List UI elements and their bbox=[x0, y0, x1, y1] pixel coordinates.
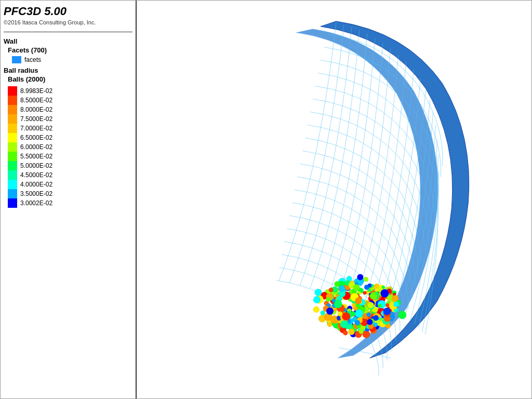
visualization bbox=[137, 1, 531, 398]
svg-point-277 bbox=[367, 319, 373, 325]
svg-point-271 bbox=[383, 308, 391, 315]
scale-label: 5.0000E-02 bbox=[20, 162, 52, 169]
scale-label: 8.9983E-02 bbox=[20, 87, 52, 95]
scale-row: 7.5000E-02 bbox=[8, 114, 132, 124]
svg-point-142 bbox=[373, 315, 378, 321]
scale-row: 8.0000E-02 bbox=[8, 105, 132, 114]
svg-point-81 bbox=[364, 277, 368, 282]
scale-row: 8.5000E-02 bbox=[8, 96, 132, 105]
svg-point-272 bbox=[398, 311, 406, 319]
scale-label: 7.0000E-02 bbox=[20, 125, 52, 132]
left-panel: PFC3D 5.00 ©2016 Itasca Consulting Group… bbox=[1, 1, 137, 398]
svg-point-70 bbox=[363, 291, 367, 295]
scale-label: 3.5000E-02 bbox=[20, 190, 52, 197]
svg-point-251 bbox=[374, 323, 378, 327]
svg-point-94 bbox=[335, 281, 340, 287]
svg-point-223 bbox=[314, 289, 322, 296]
divider bbox=[4, 32, 132, 32]
svg-point-275 bbox=[367, 302, 374, 308]
ball-radius-title: Ball radius bbox=[4, 66, 132, 74]
svg-point-268 bbox=[355, 298, 362, 304]
svg-point-96 bbox=[358, 281, 363, 286]
svg-point-180 bbox=[343, 330, 348, 335]
svg-point-263 bbox=[373, 286, 377, 289]
svg-point-234 bbox=[353, 284, 360, 291]
scale-row: 4.5000E-02 bbox=[8, 170, 132, 180]
scale-label: 5.5000E-02 bbox=[20, 153, 52, 160]
svg-point-249 bbox=[370, 292, 377, 300]
color-bar bbox=[8, 142, 17, 152]
svg-point-260 bbox=[334, 300, 342, 308]
scale-row: 3.0002E-02 bbox=[8, 198, 132, 208]
app-subtitle: ©2016 Itasca Consulting Group, Inc. bbox=[4, 19, 132, 25]
svg-point-250 bbox=[385, 303, 389, 307]
svg-point-265 bbox=[355, 310, 363, 318]
balls-label: Balls (2000) bbox=[8, 75, 132, 83]
facets-label: Facets (700) bbox=[8, 46, 132, 54]
svg-point-245 bbox=[327, 322, 332, 327]
svg-point-239 bbox=[326, 308, 334, 315]
svg-point-219 bbox=[380, 289, 389, 298]
scale-row: 3.5000E-02 bbox=[8, 189, 132, 198]
color-bar bbox=[8, 114, 17, 124]
color-bar bbox=[8, 86, 17, 96]
scale-label: 4.5000E-02 bbox=[20, 171, 52, 179]
svg-point-185 bbox=[313, 296, 321, 303]
right-panel bbox=[137, 1, 531, 398]
scale-row: 4.0000E-02 bbox=[8, 180, 132, 189]
svg-point-240 bbox=[329, 288, 334, 292]
svg-point-236 bbox=[351, 312, 355, 316]
color-bar bbox=[8, 152, 17, 161]
color-bar bbox=[8, 133, 17, 142]
svg-point-252 bbox=[342, 312, 350, 321]
scale-label: 3.0002E-02 bbox=[20, 200, 52, 207]
color-scale: 8.9983E-028.5000E-028.0000E-027.5000E-02… bbox=[8, 86, 132, 208]
svg-point-270 bbox=[393, 301, 399, 307]
svg-point-267 bbox=[357, 274, 363, 281]
svg-point-198 bbox=[358, 329, 363, 334]
app-title: PFC3D 5.00 bbox=[4, 5, 132, 18]
scale-row: 6.0000E-02 bbox=[8, 142, 132, 152]
color-bar bbox=[8, 161, 17, 170]
svg-point-224 bbox=[355, 320, 360, 325]
scale-row: 6.5000E-02 bbox=[8, 133, 132, 142]
svg-point-274 bbox=[364, 285, 369, 290]
facets-color-box bbox=[12, 56, 21, 63]
svg-point-232 bbox=[338, 311, 342, 316]
scale-row: 5.0000E-02 bbox=[8, 161, 132, 170]
color-bar bbox=[8, 198, 17, 208]
svg-point-279 bbox=[340, 321, 348, 328]
scale-label: 6.5000E-02 bbox=[20, 134, 52, 141]
scale-label: 4.0000E-02 bbox=[20, 181, 52, 188]
scale-row: 8.9983E-02 bbox=[8, 86, 132, 96]
facets-text: facets bbox=[24, 56, 41, 63]
svg-point-278 bbox=[326, 297, 330, 302]
color-bar bbox=[8, 96, 17, 105]
scale-label: 6.0000E-02 bbox=[20, 143, 52, 151]
scale-row: 5.5000E-02 bbox=[8, 152, 132, 161]
svg-point-276 bbox=[392, 295, 398, 302]
color-bar bbox=[8, 180, 17, 189]
color-bar bbox=[8, 170, 17, 180]
ball-cluster bbox=[313, 274, 406, 338]
scale-label: 7.5000E-02 bbox=[20, 115, 52, 123]
color-bar bbox=[8, 124, 17, 133]
svg-point-218 bbox=[378, 304, 381, 308]
color-bar bbox=[8, 105, 17, 114]
scale-row: 7.0000E-02 bbox=[8, 124, 132, 133]
svg-point-209 bbox=[367, 312, 371, 316]
svg-point-261 bbox=[339, 285, 345, 291]
svg-point-238 bbox=[349, 329, 355, 335]
color-bar bbox=[8, 189, 17, 198]
svg-point-80 bbox=[313, 307, 320, 313]
facets-legend-item: facets bbox=[12, 56, 132, 63]
scale-label: 8.0000E-02 bbox=[20, 106, 52, 113]
wall-title: Wall bbox=[4, 37, 132, 45]
scale-label: 8.5000E-02 bbox=[20, 97, 52, 104]
